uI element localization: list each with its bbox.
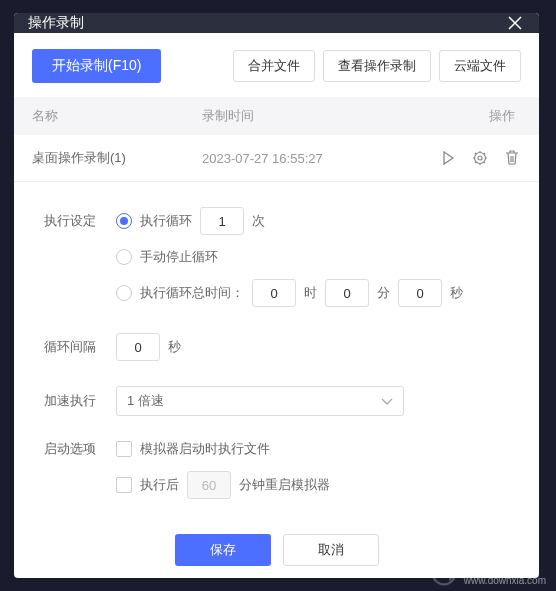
cloud-file-button[interactable]: 云端文件 [439,50,521,82]
row-actions [422,149,521,167]
startup-label: 启动选项 [44,434,116,506]
restart-suffix: 分钟重启模拟器 [239,476,330,494]
settings-panel: 执行设定 执行循环 次 手动停止循环 执行循环总时间： 时 [14,182,539,524]
seconds-unit: 秒 [450,284,463,302]
interval-unit: 秒 [168,338,181,356]
interval-label: 循环间隔 [44,332,116,368]
interval-input[interactable] [116,333,160,361]
col-name-header: 名称 [32,107,202,125]
autorun-label: 模拟器启动时执行文件 [140,440,270,458]
interval-setting: 循环间隔 秒 [44,332,509,368]
speed-label: 加速执行 [44,386,116,416]
chevron-down-icon [381,394,393,409]
row-name: 桌面操作录制(1) [32,149,202,167]
merge-file-button[interactable]: 合并文件 [233,50,315,82]
minutes-unit: 分 [377,284,390,302]
col-action-header: 操作 [422,107,521,125]
row-time: 2023-07-27 16:55:27 [202,151,422,166]
watermark-logo-icon [430,559,458,587]
watermark-url: www.downxia.com [464,575,546,586]
loop-label: 执行循环 [140,212,192,230]
minutes-input[interactable] [325,279,369,307]
trash-icon[interactable] [503,149,521,167]
start-record-button[interactable]: 开始录制(F10) [32,49,161,83]
exec-label: 执行设定 [44,206,116,314]
checkbox-restart[interactable] [116,477,132,493]
manual-stop-label: 手动停止循环 [140,248,218,266]
watermark-name: 当下软件园 [464,560,546,574]
speed-selected: 1 倍速 [127,392,164,410]
recording-dialog: 操作录制 开始录制(F10) 合并文件 查看操作录制 云端文件 名称 录制时间 … [14,13,539,578]
gear-icon[interactable] [471,149,489,167]
times-suffix: 次 [252,212,265,230]
speed-select[interactable]: 1 倍速 [116,386,404,416]
view-recording-button[interactable]: 查看操作录制 [323,50,431,82]
loop-count-input[interactable] [200,207,244,235]
radio-total-time[interactable] [116,285,132,301]
hours-input[interactable] [252,279,296,307]
exec-setting: 执行设定 执行循环 次 手动停止循环 执行循环总时间： 时 [44,206,509,314]
table-header: 名称 录制时间 操作 [14,97,539,135]
seconds-input[interactable] [398,279,442,307]
toolbar: 开始录制(F10) 合并文件 查看操作录制 云端文件 [14,33,539,97]
total-time-label: 执行循环总时间： [140,284,244,302]
radio-manual-stop[interactable] [116,249,132,265]
close-icon[interactable] [505,13,525,33]
save-button[interactable]: 保存 [175,534,271,566]
radio-loop[interactable] [116,213,132,229]
cancel-button[interactable]: 取消 [283,534,379,566]
startup-setting: 启动选项 模拟器启动时执行文件 执行后 分钟重启模拟器 [44,434,509,506]
watermark: 当下软件园 www.downxia.com [430,559,546,587]
table-row: 桌面操作录制(1) 2023-07-27 16:55:27 [14,135,539,182]
restart-minutes-input [187,471,231,499]
dialog-title: 操作录制 [28,14,84,32]
titlebar: 操作录制 [14,13,539,33]
svg-point-1 [478,156,482,160]
col-time-header: 录制时间 [202,107,422,125]
hours-unit: 时 [304,284,317,302]
speed-setting: 加速执行 1 倍速 [44,386,509,416]
restart-prefix: 执行后 [140,476,179,494]
play-icon[interactable] [439,149,457,167]
checkbox-autorun[interactable] [116,441,132,457]
